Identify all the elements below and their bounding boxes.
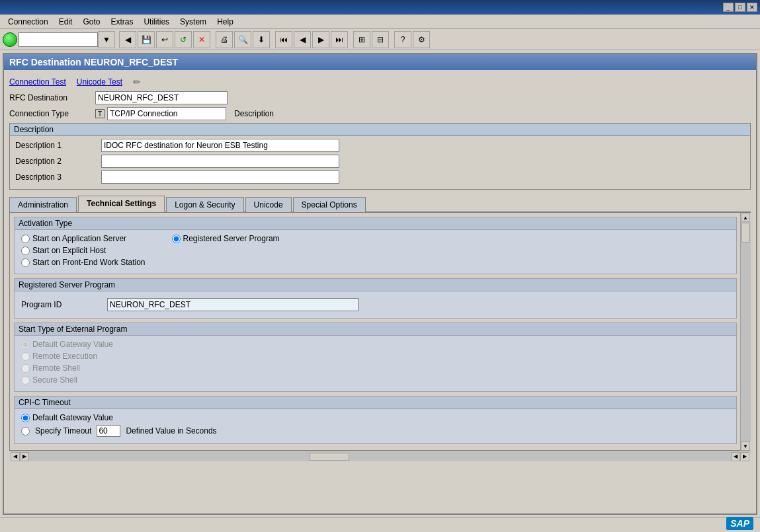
menu-system[interactable]: System bbox=[175, 16, 212, 28]
radio-start-explicit-host-input[interactable] bbox=[21, 247, 30, 255]
radio-remote-shell: Remote Shell bbox=[21, 363, 730, 373]
menu-edit[interactable]: Edit bbox=[54, 16, 78, 28]
radio-cpic-default: Default Gateway Value bbox=[21, 413, 730, 422]
description-field-label: Description bbox=[234, 109, 274, 118]
rfc-destination-label: RFC Destination bbox=[9, 93, 95, 102]
command-input[interactable] bbox=[19, 32, 98, 47]
program-id-row: Program ID bbox=[21, 298, 730, 311]
hscroll-thumb[interactable] bbox=[310, 453, 349, 461]
command-dropdown[interactable]: ▼ bbox=[98, 31, 115, 48]
status-bar: SAP bbox=[0, 517, 760, 532]
radio-start-explicit-host: Start on Explicit Host bbox=[21, 246, 146, 255]
radio-start-app-server: Start on Application Server bbox=[21, 234, 146, 243]
activation-type-group: Activation Type Start on Application Ser… bbox=[14, 217, 737, 274]
radio-secure-shell-input[interactable] bbox=[21, 376, 30, 385]
minimize-button[interactable]: _ bbox=[723, 3, 734, 12]
radio-cpic-default-input[interactable] bbox=[21, 414, 30, 422]
save-button[interactable]: 💾 bbox=[138, 31, 155, 48]
horizontal-scrollbar: ◀ ▶ ◀ ▶ bbox=[9, 451, 751, 461]
program-id-input[interactable] bbox=[107, 298, 359, 311]
command-field-area: ▼ bbox=[19, 31, 115, 48]
connection-type-label: Connection Type bbox=[9, 109, 95, 118]
desc3-label: Description 3 bbox=[15, 172, 101, 182]
scroll-track bbox=[741, 222, 751, 441]
print-button[interactable]: 🖨 bbox=[216, 31, 233, 48]
tab-logon-security[interactable]: Logon & Security bbox=[166, 197, 243, 212]
scroll-up-button[interactable]: ▲ bbox=[741, 213, 750, 222]
hscroll-track bbox=[29, 452, 731, 461]
radio-start-frontend-input[interactable] bbox=[21, 258, 30, 267]
close-button[interactable]: ✕ bbox=[747, 3, 757, 12]
first-page-button[interactable]: ⏮ bbox=[275, 31, 292, 48]
start-type-group: Start Type of External Program Default G… bbox=[14, 323, 737, 392]
find-button[interactable]: 🔍 bbox=[234, 31, 251, 48]
status-icon bbox=[3, 32, 17, 47]
description-group-title: Description bbox=[10, 124, 750, 136]
radio-registered-server-input[interactable] bbox=[172, 235, 181, 243]
desc1-row: Description 1 bbox=[15, 139, 745, 152]
layout-btn1[interactable]: ⊞ bbox=[353, 31, 370, 48]
radio-registered-server: Registered Server Program bbox=[172, 234, 280, 243]
desc1-label: Description 1 bbox=[15, 141, 101, 150]
execute-button[interactable]: ↺ bbox=[175, 31, 192, 48]
radio-cpic-default-label: Default Gateway Value bbox=[32, 413, 113, 422]
radio-remote-execution-label: Remote Execution bbox=[32, 352, 97, 361]
program-id-label: Program ID bbox=[21, 300, 107, 309]
tab-content: Activation Type Start on Application Ser… bbox=[9, 213, 751, 451]
last-page-button[interactable]: ⏭ bbox=[331, 31, 348, 48]
connection-type-input[interactable] bbox=[107, 107, 226, 120]
scroll-thumb[interactable] bbox=[741, 223, 749, 243]
find-next-button[interactable]: ⬇ bbox=[253, 31, 270, 48]
layout-btn2[interactable]: ⊟ bbox=[372, 31, 389, 48]
radio-start-app-server-input[interactable] bbox=[21, 235, 30, 243]
tab-technical-settings[interactable]: Technical Settings bbox=[78, 196, 165, 212]
next-page-button[interactable]: ▶ bbox=[312, 31, 329, 48]
vertical-scrollbar[interactable]: ▲ ▼ bbox=[740, 213, 751, 451]
cpic-specify-row: Specify Timeout Defined Value in Seconds bbox=[21, 425, 730, 437]
unicode-test-link[interactable]: Unicode Test bbox=[77, 77, 122, 87]
activation-type-content: Start on Application Server Start on Exp… bbox=[15, 230, 736, 274]
tab-unicode[interactable]: Unicode bbox=[245, 197, 292, 212]
window-controls[interactable]: _ □ ✕ bbox=[723, 3, 757, 12]
hscroll-right-button[interactable]: ◀ bbox=[731, 452, 740, 461]
radio-start-frontend-label: Start on Front-End Work Station bbox=[32, 258, 146, 267]
rfc-destination-row: RFC Destination bbox=[9, 91, 751, 104]
back-button[interactable]: ◀ bbox=[119, 31, 136, 48]
menu-help[interactable]: Help bbox=[212, 16, 239, 28]
desc1-input[interactable] bbox=[101, 139, 339, 152]
edit-icon[interactable]: ✏ bbox=[133, 77, 141, 87]
tab-content-wrapper: Activation Type Start on Application Ser… bbox=[9, 213, 751, 451]
radio-cpic-specify-input[interactable] bbox=[21, 427, 30, 436]
hscroll-left-button[interactable]: ◀ bbox=[11, 452, 20, 461]
rfc-destination-input[interactable] bbox=[95, 91, 228, 104]
stop-button[interactable]: ✕ bbox=[193, 31, 210, 48]
maximize-button[interactable]: □ bbox=[735, 3, 745, 12]
desc3-input[interactable] bbox=[101, 171, 339, 184]
menu-connection[interactable]: Connection bbox=[3, 16, 54, 28]
radio-remote-shell-input[interactable] bbox=[21, 364, 30, 373]
menu-extras[interactable]: Extras bbox=[105, 16, 138, 28]
prev-page-button[interactable]: ◀ bbox=[294, 31, 311, 48]
radio-remote-execution-input[interactable] bbox=[21, 352, 30, 361]
scroll-down-button[interactable]: ▼ bbox=[741, 441, 750, 451]
tab-special-options[interactable]: Special Options bbox=[293, 197, 366, 212]
help-button[interactable]: ? bbox=[394, 31, 411, 48]
sap-window: RFC Destination NEURON_RFC_DEST Connecti… bbox=[3, 53, 757, 515]
tab-administration[interactable]: Administration bbox=[9, 197, 77, 212]
settings-button[interactable]: ⚙ bbox=[413, 31, 430, 48]
activation-type-title: Activation Type bbox=[15, 217, 736, 230]
radio-default-gateway-input[interactable] bbox=[21, 340, 30, 349]
radio-default-gateway: Default Gateway Value bbox=[21, 340, 730, 349]
window-title-text: RFC Destination NEURON_RFC_DEST bbox=[9, 57, 178, 67]
desc2-input[interactable] bbox=[101, 155, 339, 168]
window-title: RFC Destination NEURON_RFC_DEST bbox=[4, 54, 756, 70]
refresh-button[interactable]: ↩ bbox=[156, 31, 173, 48]
menu-goto[interactable]: Goto bbox=[77, 16, 105, 28]
connection-test-link[interactable]: Connection Test bbox=[9, 77, 66, 87]
menu-bar: Connection Edit Goto Extras Utilities Sy… bbox=[0, 15, 760, 29]
hscroll-rightmost-button[interactable]: ▶ bbox=[740, 452, 749, 461]
menu-utilities[interactable]: Utilities bbox=[138, 16, 175, 28]
hscroll-right-button-left[interactable]: ▶ bbox=[20, 452, 29, 461]
timeout-value-input[interactable] bbox=[97, 425, 120, 437]
registered-server-content: Program ID bbox=[15, 291, 736, 318]
